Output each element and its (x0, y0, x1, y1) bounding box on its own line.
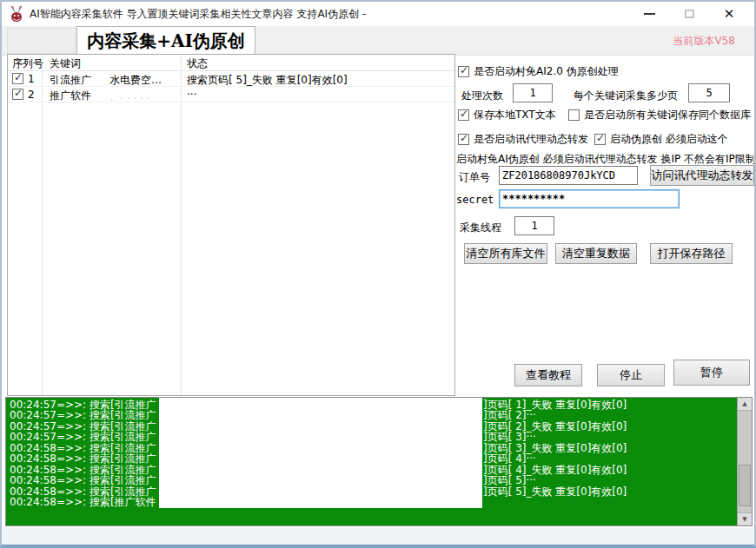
checkbox-label: 启动伪原创 必须启动这个 (610, 132, 728, 147)
window-title: AI智能内容采集软件 导入置顶关键词采集相关性文章内容 支持AI伪原创 - (30, 2, 366, 26)
status-strip (2, 528, 754, 545)
scrollbar-down-button[interactable]: ▼ (738, 512, 752, 525)
row-keyword: 推广软件 (50, 89, 91, 103)
checkbox-cunmian-ai[interactable]: 是否启动村免AI2.0 伪原创处理 (458, 64, 619, 79)
row-status: 搜索页码[ 5]_失败 重复[0]有效[0] (187, 73, 348, 88)
checkbox-pseudo-original[interactable]: 启动伪原创 必须启动这个 (594, 132, 728, 147)
header-strip: 内容采集+AI伪原创 当前版本V58 (2, 26, 754, 56)
open-save-path-button[interactable]: 打开保存路径 (650, 243, 733, 264)
checkbox-same-database[interactable]: 是否启动所有关键词保存同个数据库 (568, 108, 751, 122)
log-scrollbar[interactable]: ▲ ▼ (737, 398, 752, 525)
process-times-label: 处理次数 (461, 89, 503, 103)
minimize-icon (644, 13, 655, 15)
table-row[interactable]: 1 引流推广 水电费空… 搜索页码[ 5]_失败 重复[0]有效[0] (8, 71, 454, 87)
row-keyword-extra-redacted: 、. . . . . (109, 89, 149, 103)
row-keyword: 引流推广 (50, 73, 91, 88)
redaction-overlay (159, 398, 482, 508)
table-row[interactable]: 2 推广软件 、. . . . . ··· (8, 87, 454, 102)
version-label: 当前版本V58 (673, 34, 735, 49)
row-keyword-extra: 水电费空… (109, 73, 162, 88)
settings-panel: 是否启动村免AI2.0 伪原创处理 处理次数 每个关键词采集多少页 保存本地TX… (455, 54, 754, 396)
title-bar: AI智能内容采集软件 导入置顶关键词采集相关性文章内容 支持AI伪原创 - ✕ (2, 2, 754, 26)
threads-label: 采集线程 (460, 221, 501, 235)
view-tutorial-button[interactable]: 查看教程 (514, 364, 582, 386)
checkbox-xun-proxy[interactable]: 是否启动讯代理动态转发 (458, 132, 588, 147)
row-checkbox-checked[interactable] (12, 89, 23, 100)
checkbox-unchecked-icon (568, 109, 580, 121)
table-gridline (42, 55, 43, 395)
pages-per-keyword-input[interactable] (688, 83, 730, 102)
column-header-index[interactable]: 序列号 (12, 56, 43, 71)
tab-content-collect[interactable]: 内容采集+AI伪原创 (76, 26, 255, 56)
checkbox-label: 保存本地TXT文本 (474, 108, 556, 122)
maximize-button[interactable] (669, 2, 709, 26)
checkbox-checked-icon (594, 134, 606, 145)
secret-label: secret (456, 194, 494, 206)
row-status: ··· (187, 89, 196, 101)
scroll-up-icon: ▲ (742, 400, 746, 407)
visit-proxy-button[interactable]: 访问讯代理动态转发 (650, 165, 754, 186)
maximize-icon (685, 10, 694, 18)
app-window: AI智能内容采集软件 导入置顶关键词采集相关性文章内容 支持AI伪原创 - ✕ … (0, 0, 756, 548)
checkbox-checked-icon (458, 109, 469, 121)
clear-library-button[interactable]: 清空所有库文件 (464, 243, 547, 264)
app-icon (8, 5, 25, 23)
table-header: 序列号 关键词 状态 (8, 55, 454, 71)
pause-button[interactable]: 暂停 (673, 360, 750, 386)
column-header-keyword[interactable]: 关键词 (50, 56, 81, 71)
checkbox-label: 是否启动所有关键词保存同个数据库 (584, 108, 751, 122)
stop-button[interactable]: 停止 (597, 364, 665, 386)
row-checkbox-checked[interactable] (12, 73, 23, 84)
close-icon: ✕ (724, 8, 735, 21)
row-index: 1 (28, 73, 35, 85)
checkbox-checked-icon (458, 66, 469, 77)
checkbox-checked-icon (458, 134, 469, 145)
checkbox-save-txt[interactable]: 保存本地TXT文本 (458, 108, 556, 122)
minimize-button[interactable] (629, 2, 669, 26)
table-gridline (181, 55, 182, 395)
scroll-down-icon: ▼ (742, 516, 746, 523)
threads-input[interactable] (514, 216, 554, 235)
tab-stub (7, 28, 76, 54)
scrollbar-up-button[interactable]: ▲ (738, 398, 752, 411)
clear-duplicates-button[interactable]: 清空重复数据 (555, 243, 637, 264)
order-number-input[interactable] (499, 166, 638, 185)
secret-input[interactable] (499, 189, 680, 208)
order-number-label: 订单号 (459, 170, 490, 185)
keyword-table[interactable]: 序列号 关键词 状态 1 引流推广 水电费空… 搜索页码[ 5]_失败 重复[0… (7, 54, 455, 396)
scrollbar-thumb[interactable] (739, 465, 751, 506)
log-console[interactable]: 00:24:57=>>: 搜索[引流推广]页码[ 1]_失败 重复[0]有效[0… (5, 397, 753, 526)
column-header-status[interactable]: 状态 (187, 56, 208, 71)
window-controls: ✕ (629, 2, 749, 26)
checkbox-label: 是否启动村免AI2.0 伪原创处理 (474, 64, 619, 79)
pages-per-keyword-label: 每个关键词采集多少页 (574, 89, 678, 103)
close-button[interactable]: ✕ (709, 2, 749, 26)
checkbox-label: 是否启动讯代理动态转发 (474, 132, 588, 147)
row-index: 2 (28, 89, 35, 101)
process-times-input[interactable] (513, 83, 553, 102)
